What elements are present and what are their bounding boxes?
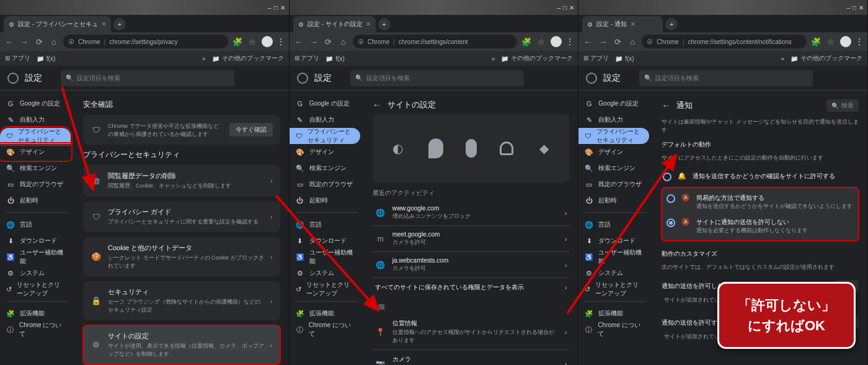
- sidebar-item[interactable]: ⏻起動時: [290, 192, 360, 209]
- bookmark-folder[interactable]: f(x): [37, 55, 55, 62]
- close-tab-icon[interactable]: ×: [102, 20, 106, 29]
- sidebar-item[interactable]: 🎨デザイン: [578, 144, 649, 160]
- profile-avatar[interactable]: [262, 36, 273, 47]
- new-tab-button[interactable]: +: [113, 18, 126, 30]
- sidebar-item[interactable]: 🛡プライバシーとセキュリティ: [290, 128, 360, 144]
- sidebar-item[interactable]: ▭既定のブラウザ: [0, 176, 71, 192]
- sidebar-item[interactable]: ⏻起動時: [0, 192, 71, 209]
- menu-button[interactable]: ⋮: [277, 37, 285, 47]
- new-tab-button[interactable]: +: [378, 18, 391, 30]
- chevron-right-icon[interactable]: »: [492, 55, 495, 62]
- other-bookmarks[interactable]: その他のブックマーク: [212, 54, 284, 63]
- sidebar-item[interactable]: 🎨デザイン: [290, 144, 360, 160]
- recent-site-row[interactable]: 🌐ja.webcamtests.comカメラを許可›: [373, 251, 570, 277]
- sidebar-item[interactable]: 🔍検索エンジン: [0, 160, 71, 176]
- menu-button[interactable]: ⋮: [855, 37, 864, 47]
- sidebar-item[interactable]: ✎自動入力: [290, 112, 360, 128]
- radio-button[interactable]: [666, 219, 675, 227]
- browser-tab[interactable]: ⚙設定 - サイトの設定×: [293, 16, 376, 32]
- address-bar[interactable]: ⦿Chrome|chrome://settings/content: [353, 35, 518, 48]
- sidebar-item[interactable]: ♿ユーザー補助機能: [578, 249, 649, 265]
- sidebar-item[interactable]: GGoogle の設定: [290, 96, 360, 112]
- sidebar-item[interactable]: 🔍検索エンジン: [290, 160, 360, 176]
- sidebar-item[interactable]: ↺リセットとクリーンアップ: [0, 281, 71, 297]
- close-tab-icon[interactable]: ×: [366, 20, 371, 29]
- sidebar-item[interactable]: 🌐言語: [578, 217, 649, 233]
- bookmark-folder[interactable]: f(x): [615, 55, 634, 62]
- browser-tab[interactable]: ⚙設定 - 通知×: [582, 16, 663, 32]
- sidebar-item[interactable]: ♿ユーザー補助機能: [0, 249, 71, 265]
- apps-shortcut[interactable]: ⊞ アプリ: [583, 54, 609, 63]
- sidebar-item[interactable]: 🌐言語: [0, 217, 71, 233]
- profile-avatar[interactable]: [840, 36, 851, 47]
- sidebar-item[interactable]: ⬇ダウンロード: [0, 233, 71, 249]
- back-button[interactable]: ←: [582, 37, 593, 47]
- star-icon[interactable]: ☆: [536, 37, 547, 47]
- settings-row[interactable]: 🗑閲覧履歴データの削除閲覧履歴、Cookie、キャッシュなどを削除します›: [83, 165, 280, 196]
- sidebar-item[interactable]: ↺リセットとクリーンアップ: [578, 281, 649, 297]
- recent-site-row[interactable]: 🌐www.google.com埋め込みコンテンツをブロック›: [373, 200, 570, 225]
- star-icon[interactable]: ☆: [825, 37, 836, 47]
- back-arrow[interactable]: ←: [373, 100, 381, 110]
- radio-option[interactable]: 🔕簡易的な方法で通知する通知を送信するかどうかをサイトが確認できないようにします: [665, 190, 855, 214]
- sidebar-item[interactable]: GGoogle の設定: [0, 96, 71, 112]
- extensions-icon[interactable]: 🧩: [810, 37, 822, 47]
- permission-row[interactable]: 📷カメラサイトがカメラの使用を要求できるようにする›: [373, 349, 570, 365]
- radio-button[interactable]: [666, 194, 675, 203]
- home-button[interactable]: ⌂: [48, 37, 60, 47]
- sidebar-item[interactable]: 🧩拡張機能: [0, 305, 71, 322]
- check-now-button[interactable]: 今すぐ確認: [229, 123, 273, 137]
- sidebar-item[interactable]: ✎自動入力: [578, 112, 649, 128]
- reload-button[interactable]: ⟳: [33, 37, 45, 47]
- sidebar-item[interactable]: 🛡プライバシーとセキュリティ: [578, 128, 649, 144]
- sidebar-item[interactable]: ▭既定のブラウザ: [290, 176, 360, 192]
- sidebar-item[interactable]: ♿ユーザー補助機能: [290, 249, 360, 265]
- reload-button[interactable]: ⟳: [323, 37, 334, 47]
- settings-search[interactable]: 🔍設定項目を検索: [61, 70, 234, 86]
- radio-option[interactable]: 🔔通知を送信するかどうかの確認をサイトに許可する: [662, 168, 859, 185]
- sidebar-item[interactable]: ⓘChrome について: [578, 322, 649, 338]
- settings-row[interactable]: ⚙サイトの設定サイトが使用、表示できる情報（位置情報、カメラ、ポップアップなど）…: [83, 325, 280, 364]
- sidebar-item[interactable]: ⬇ダウンロード: [290, 233, 360, 249]
- sidebar-item[interactable]: ⚙システム: [0, 265, 71, 281]
- sidebar-item[interactable]: 🔍検索エンジン: [578, 160, 649, 176]
- show-all-sites[interactable]: すべてのサイトに保存されている権限とデータを表示›: [373, 277, 570, 297]
- other-bookmarks[interactable]: その他のブックマーク: [501, 54, 573, 63]
- sidebar-item[interactable]: 🧩拡張機能: [578, 305, 649, 322]
- sidebar-item[interactable]: ⚙システム: [578, 265, 649, 281]
- address-bar[interactable]: ⦿Chrome|chrome://settings/content/notifi…: [642, 35, 807, 48]
- back-button[interactable]: ←: [4, 37, 15, 47]
- forward-button[interactable]: →: [19, 37, 30, 47]
- forward-button[interactable]: →: [597, 37, 608, 47]
- apps-shortcut[interactable]: ⊞ アプリ: [294, 54, 320, 63]
- sidebar-item[interactable]: 🎨デザイン: [0, 144, 71, 160]
- home-button[interactable]: ⌂: [338, 37, 349, 47]
- new-tab-button[interactable]: +: [665, 18, 678, 30]
- back-button[interactable]: ←: [293, 37, 304, 47]
- sidebar-item[interactable]: ⓘChrome について: [0, 322, 71, 338]
- sidebar-item[interactable]: 🛡プライバシーとセキュリティ: [0, 128, 71, 144]
- extensions-icon[interactable]: 🧩: [232, 37, 243, 47]
- apps-shortcut[interactable]: ⊞ アプリ: [5, 54, 30, 63]
- back-arrow[interactable]: ←: [662, 101, 670, 110]
- settings-row[interactable]: 🛡プライバシー ガイドプライバシーとセキュリティに関する重要な設定を確認する›: [83, 201, 280, 232]
- extensions-icon[interactable]: 🧩: [521, 37, 532, 47]
- star-icon[interactable]: ☆: [247, 37, 258, 47]
- sidebar-item[interactable]: GGoogle の設定: [578, 96, 649, 112]
- reload-button[interactable]: ⟳: [612, 37, 623, 47]
- permission-row[interactable]: 📍位置情報位置情報へのアクセス権限がサイトからリクエストされる場合があります›: [373, 314, 570, 349]
- sidebar-item[interactable]: ⓘChrome について: [290, 322, 360, 338]
- settings-row[interactable]: 🍪Cookie と他のサイトデータシークレット モードでサードパーティの Coo…: [83, 237, 280, 276]
- sidebar-item[interactable]: ▭既定のブラウザ: [578, 176, 649, 192]
- settings-row[interactable]: 🔒セキュリティセーフ ブラウジング（危険なサイトからの保護機能）などのセキュリテ…: [83, 281, 280, 320]
- recent-site-row[interactable]: mmeet.google.comカメラを許可›: [373, 225, 570, 251]
- sidebar-item[interactable]: ✎自動入力: [0, 112, 71, 128]
- content-search[interactable]: 🔍検索: [826, 99, 859, 112]
- forward-button[interactable]: →: [308, 37, 319, 47]
- settings-search[interactable]: 🔍設定項目を検索: [639, 70, 813, 86]
- browser-tab[interactable]: ⚙設定 - プライバシーとセキュ×: [4, 16, 111, 32]
- home-button[interactable]: ⌂: [627, 37, 638, 47]
- chevron-right-icon[interactable]: »: [781, 55, 784, 62]
- sidebar-item[interactable]: ⏻起動時: [578, 192, 649, 209]
- profile-avatar[interactable]: [551, 36, 562, 47]
